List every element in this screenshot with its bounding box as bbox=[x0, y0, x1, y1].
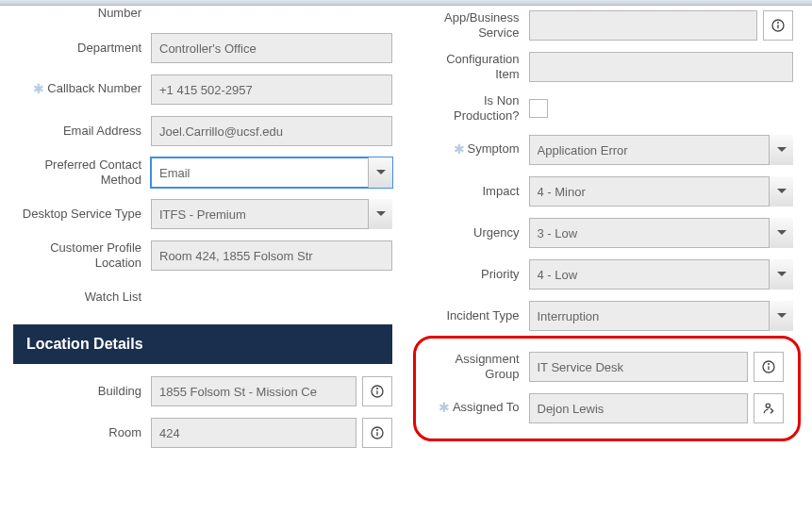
callback-field[interactable] bbox=[151, 74, 392, 105]
svg-point-5 bbox=[376, 430, 377, 431]
contact-method-label: Preferred Contact Method bbox=[19, 157, 151, 189]
row-urgency: Urgency bbox=[421, 217, 794, 249]
incident-type-select[interactable] bbox=[529, 301, 794, 331]
profile-location-label: Customer Profile Location bbox=[19, 240, 151, 272]
symptom-select[interactable] bbox=[529, 135, 794, 165]
room-field[interactable] bbox=[151, 418, 356, 448]
assigned-to-label-text: Assigned To bbox=[453, 400, 520, 414]
department-field[interactable] bbox=[151, 33, 392, 63]
row-building: Building bbox=[19, 375, 392, 407]
row-desktop-type: Desktop Service Type bbox=[19, 198, 392, 230]
info-icon bbox=[370, 425, 385, 440]
building-field[interactable] bbox=[151, 376, 356, 406]
symptom-label: ✱Symptom bbox=[421, 141, 529, 158]
row-callback: ✱Callback Number bbox=[19, 74, 392, 106]
svg-point-11 bbox=[769, 364, 770, 365]
incident-type-label: Incident Type bbox=[421, 308, 529, 323]
row-impact: Impact bbox=[421, 175, 794, 207]
row-assignment-group: Assignment Group bbox=[421, 351, 785, 383]
svg-point-2 bbox=[376, 389, 377, 389]
left-column: Number Department ✱Callback Number Email… bbox=[19, 9, 392, 458]
person-assign-icon bbox=[761, 401, 776, 416]
section-location-details: Location Details bbox=[13, 324, 392, 364]
email-field[interactable] bbox=[151, 116, 392, 146]
info-icon bbox=[761, 359, 776, 374]
building-info-button[interactable] bbox=[362, 376, 392, 406]
department-label: Department bbox=[19, 41, 151, 56]
info-icon bbox=[771, 18, 786, 33]
row-incident-type: Incident Type bbox=[421, 300, 794, 332]
nonprod-label: Is Non Production? bbox=[421, 93, 529, 124]
right-column: App/Business Service Configuration Item … bbox=[421, 9, 794, 458]
callback-label: ✱Callback Number bbox=[19, 81, 151, 98]
row-config-item: Configuration Item bbox=[421, 51, 794, 83]
row-number: Number bbox=[19, 4, 392, 23]
room-info-button[interactable] bbox=[362, 418, 392, 448]
number-label: Number bbox=[19, 6, 151, 21]
row-app-service: App/Business Service bbox=[421, 9, 794, 41]
app-service-info-button[interactable] bbox=[763, 10, 793, 41]
row-watch-list: Watch List bbox=[19, 281, 392, 313]
urgency-select[interactable] bbox=[529, 218, 794, 248]
assigned-to-field[interactable] bbox=[529, 393, 749, 423]
config-item-field[interactable] bbox=[529, 52, 794, 82]
desktop-type-select[interactable] bbox=[151, 199, 392, 229]
priority-select[interactable] bbox=[529, 259, 794, 290]
svg-point-12 bbox=[766, 404, 770, 407]
desktop-type-label: Desktop Service Type bbox=[19, 207, 151, 222]
app-service-field[interactable] bbox=[529, 10, 758, 41]
config-item-label: Configuration Item bbox=[421, 52, 529, 83]
app-service-label: App/Business Service bbox=[421, 10, 529, 41]
impact-label: Impact bbox=[421, 184, 529, 199]
assignment-highlight-region: Assignment Group ✱Assigned To bbox=[421, 341, 794, 436]
row-symptom: ✱Symptom bbox=[421, 134, 794, 166]
callback-label-text: Callback Number bbox=[47, 81, 141, 95]
row-priority: Priority bbox=[421, 258, 794, 290]
symptom-label-text: Symptom bbox=[468, 141, 520, 156]
row-department: Department bbox=[19, 32, 392, 64]
row-contact-method: Preferred Contact Method bbox=[19, 157, 392, 189]
room-label: Room bbox=[19, 425, 151, 440]
assign-to-me-button[interactable] bbox=[754, 393, 784, 423]
assignment-group-field[interactable] bbox=[529, 352, 749, 382]
assigned-to-label: ✱Assigned To bbox=[421, 400, 529, 417]
assignment-group-info-button[interactable] bbox=[754, 352, 784, 382]
row-room: Room bbox=[19, 417, 392, 449]
nonprod-checkbox[interactable] bbox=[529, 99, 548, 118]
profile-location-field[interactable] bbox=[151, 240, 392, 271]
row-profile-location: Customer Profile Location bbox=[19, 240, 392, 272]
building-label: Building bbox=[19, 384, 151, 399]
info-icon bbox=[370, 384, 385, 399]
svg-point-8 bbox=[778, 23, 779, 24]
row-nonprod: Is Non Production? bbox=[421, 92, 794, 124]
form-container: Number Department ✱Callback Number Email… bbox=[0, 6, 812, 477]
priority-label: Priority bbox=[421, 267, 529, 282]
impact-select[interactable] bbox=[529, 176, 794, 207]
assignment-group-label: Assignment Group bbox=[421, 352, 529, 383]
row-assigned-to: ✱Assigned To bbox=[421, 392, 785, 424]
contact-method-select[interactable] bbox=[151, 157, 392, 188]
watch-list-label: Watch List bbox=[19, 290, 151, 305]
email-label: Email Address bbox=[19, 124, 151, 139]
row-email: Email Address bbox=[19, 115, 392, 147]
urgency-label: Urgency bbox=[421, 225, 529, 240]
